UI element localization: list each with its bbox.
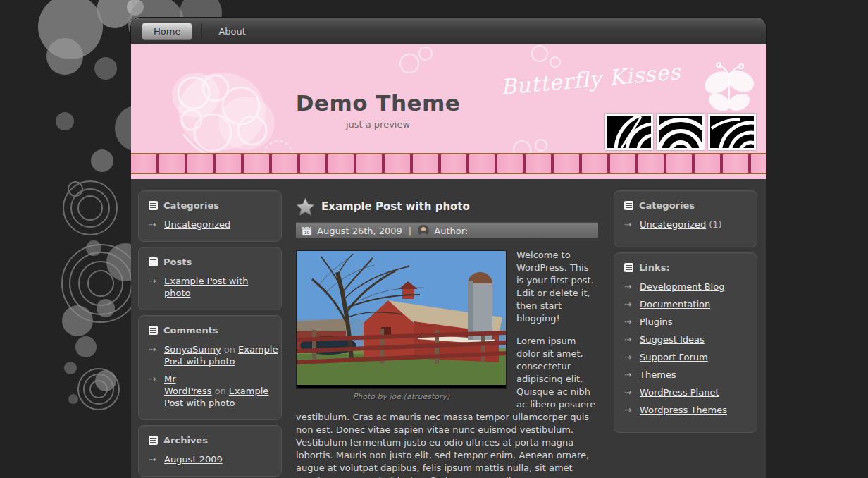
list-icon (149, 257, 158, 266)
swirl-thumbnail-2[interactable] (657, 114, 705, 150)
star-icon (296, 197, 315, 216)
site-tagline: just a preview (131, 119, 625, 130)
post-date: August 26th, 2009 (317, 226, 402, 236)
link-example-post[interactable]: Example Post with photo (164, 276, 248, 298)
swirl-thumbnail-3[interactable] (708, 114, 756, 150)
link-support-forum[interactable]: Support Forum (640, 352, 708, 362)
right-sidebar: Categories ⇢ Uncategorized(1) Links: ⇢De… (614, 190, 757, 438)
page-background: Home About (0, 0, 868, 478)
link-documentation[interactable]: Documentation (640, 299, 710, 310)
category-count: (1) (709, 219, 721, 230)
list-item: ⇢Development Blog (624, 281, 747, 293)
list-item: ⇢Plugins (624, 316, 747, 328)
post-title[interactable]: Example Post with photo (321, 200, 470, 213)
tab-home[interactable]: Home (142, 23, 192, 40)
arrow-icon: ⇢ (624, 316, 632, 328)
arrow-icon: ⇢ (624, 298, 632, 310)
widget-title: Comments (163, 325, 218, 336)
comment-item: ⇢ Mr WordPressonExample Post with photo (149, 373, 271, 409)
link-themes[interactable]: Themes (640, 369, 676, 380)
link-development-blog[interactable]: Development Blog (640, 281, 724, 292)
content-area: Categories ⇢ Uncategorized Posts ⇢ Examp… (131, 179, 766, 478)
list-item: ⇢Wordpress Themes (624, 404, 747, 416)
list-icon (149, 436, 158, 445)
widget-links: Links: ⇢Development Blog ⇢Documentation … (614, 252, 757, 433)
post-meta-bar: 10 August 26th, 2009 | Author: (296, 222, 598, 238)
arrow-icon: ⇢ (624, 219, 632, 231)
post-photo[interactable]: Photo by joe.(atruestory) (296, 250, 507, 403)
ribbon-under-strip (131, 174, 766, 179)
butterfly-icon (697, 61, 760, 118)
widget-posts: Posts ⇢ Example Post with photo (138, 247, 282, 310)
list-item: ⇢ Uncategorized (149, 219, 271, 231)
arrow-icon: ⇢ (624, 369, 632, 381)
main-content: Example Post with photo 10 August 26th, … (296, 190, 598, 478)
list-item: ⇢ Uncategorized(1) (624, 219, 747, 231)
link-plugins[interactable]: Plugins (640, 317, 673, 327)
list-icon (624, 263, 633, 272)
swirl-thumbnail-1[interactable] (605, 114, 653, 150)
comment-connector: on (215, 386, 226, 396)
site-header: Demo Theme just a preview Butterfly Kiss… (131, 44, 766, 153)
arrow-icon: ⇢ (624, 386, 632, 398)
top-navigation: Home About (131, 18, 766, 44)
calendar-icon: 10 (302, 225, 312, 236)
link-wordpress-themes[interactable]: Wordpress Themes (640, 405, 727, 415)
list-icon (149, 326, 158, 335)
comment-item: ⇢ SonyaSunnyonExample Post with photo (149, 343, 271, 367)
site-container: Home About (131, 18, 766, 478)
ribbon-divider (131, 153, 766, 174)
widget-categories-left: Categories ⇢ Uncategorized (138, 190, 282, 242)
list-item: ⇢Themes (624, 369, 747, 381)
list-icon (624, 201, 633, 210)
arrow-icon: ⇢ (149, 219, 156, 231)
arrow-icon: ⇢ (149, 373, 156, 385)
arrow-icon: ⇢ (624, 281, 632, 293)
list-item: ⇢Support Forum (624, 351, 747, 363)
author-avatar-icon (418, 225, 429, 236)
tab-separator (201, 23, 202, 39)
barn-photo-illustration (297, 251, 506, 385)
tab-about[interactable]: About (211, 23, 252, 39)
svg-text:10: 10 (304, 230, 310, 235)
link-suggest-ideas[interactable]: Suggest Ideas (640, 334, 705, 345)
arrow-icon: ⇢ (624, 351, 632, 363)
post-body: Photo by joe.(atruestory) Welcome to Wor… (296, 249, 598, 478)
header-thumbnails (605, 114, 756, 150)
widget-archives: Archives ⇢ August 2009 (138, 425, 282, 477)
widget-title: Archives (163, 435, 208, 446)
list-item: ⇢Documentation (624, 298, 747, 310)
photo-caption: Photo by joe.(atruestory) (296, 391, 507, 403)
comment-connector: on (224, 344, 235, 355)
widget-comments: Comments ⇢ SonyaSunnyonExample Post with… (138, 315, 282, 420)
widget-title: Categories (639, 200, 695, 211)
link-uncategorized[interactable]: Uncategorized (640, 219, 706, 230)
link-archive-august[interactable]: August 2009 (164, 454, 223, 465)
list-item: ⇢WordPress Planet (624, 386, 747, 398)
arrow-icon: ⇢ (624, 404, 632, 416)
link-wordpress-planet[interactable]: WordPress Planet (640, 387, 719, 398)
list-item: ⇢ Example Post with photo (149, 275, 271, 299)
list-item: ⇢Suggest Ideas (624, 333, 747, 345)
arrow-icon: ⇢ (149, 275, 156, 287)
list-icon (149, 201, 158, 210)
widget-title: Links: (639, 262, 670, 273)
author-label: Author: (434, 226, 468, 236)
list-item: ⇢ August 2009 (149, 453, 271, 465)
link-comment-author[interactable]: SonyaSunny (164, 344, 221, 355)
arrow-icon: ⇢ (624, 333, 632, 345)
meta-separator: | (409, 226, 411, 236)
arrow-icon: ⇢ (149, 453, 156, 465)
link-uncategorized[interactable]: Uncategorized (164, 219, 230, 230)
widget-title: Posts (163, 257, 192, 267)
arrow-icon: ⇢ (149, 343, 156, 355)
link-comment-author[interactable]: Mr WordPress (164, 374, 212, 396)
widget-title: Categories (163, 200, 219, 211)
left-sidebar: Categories ⇢ Uncategorized Posts ⇢ Examp… (138, 190, 282, 478)
widget-categories-right: Categories ⇢ Uncategorized(1) (614, 190, 757, 247)
